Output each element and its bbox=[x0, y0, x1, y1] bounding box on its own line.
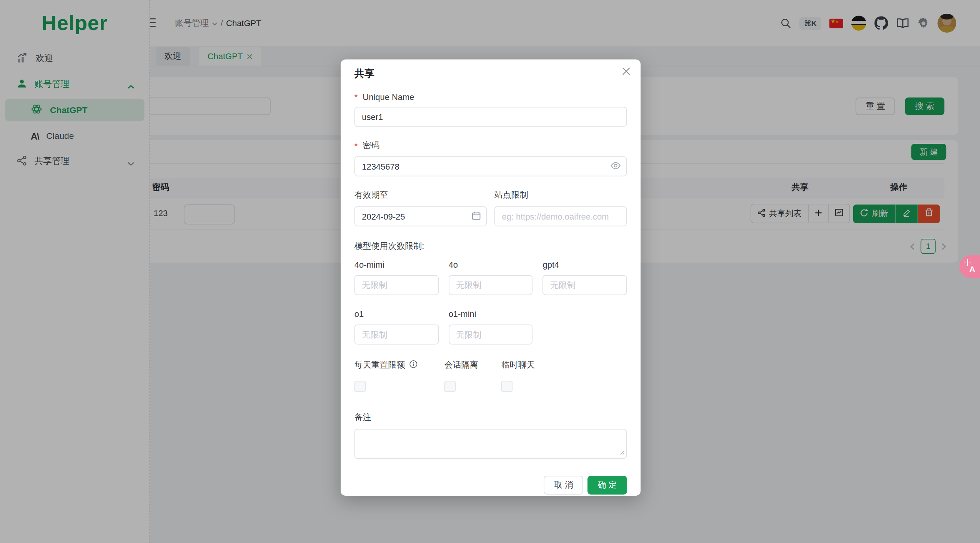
model-label-4o-mimi: 4o-mimi bbox=[354, 260, 439, 269]
expires-label: 有效期至 bbox=[354, 190, 487, 201]
modal-title: 共享 bbox=[354, 59, 627, 80]
model-limit-input-o1[interactable] bbox=[354, 325, 439, 345]
session-isolation-checkbox[interactable] bbox=[444, 381, 456, 392]
share-modal: 共享 Unique Name 密码 有效期至 站点限 bbox=[341, 59, 641, 496]
daily-reset-checkbox[interactable] bbox=[354, 381, 366, 392]
session-isolation-label: 会话隔离 bbox=[444, 360, 501, 371]
app-root: Helper 欢迎 账号管理 bbox=[0, 0, 980, 543]
eye-icon[interactable] bbox=[611, 161, 621, 172]
unique-name-input[interactable] bbox=[354, 107, 627, 127]
remark-textarea[interactable] bbox=[354, 429, 627, 459]
model-limits-label: 模型使用次数限制: bbox=[354, 241, 627, 252]
calendar-icon[interactable] bbox=[472, 211, 481, 222]
model-limit-input-4o-mimi[interactable] bbox=[354, 275, 439, 295]
remark-label: 备注 bbox=[354, 412, 627, 423]
close-icon[interactable] bbox=[622, 67, 631, 78]
unique-name-label: Unique Name bbox=[354, 93, 627, 102]
model-label-4o: 4o bbox=[449, 260, 533, 269]
password-label: 密码 bbox=[354, 140, 627, 151]
site-limit-label: 站点限制 bbox=[494, 190, 627, 201]
password-input[interactable] bbox=[354, 156, 627, 176]
temporary-chat-checkbox[interactable] bbox=[501, 381, 512, 392]
temporary-chat-label: 临时聊天 bbox=[501, 360, 535, 371]
model-limit-input-gpt4[interactable] bbox=[543, 275, 627, 295]
model-limit-input-o1-mini[interactable] bbox=[449, 325, 533, 345]
translate-widget[interactable]: 中 A bbox=[959, 255, 980, 278]
cancel-button[interactable]: 取 消 bbox=[544, 476, 583, 495]
resize-handle-icon[interactable] bbox=[620, 446, 625, 458]
expires-date-input[interactable] bbox=[354, 206, 487, 226]
info-icon[interactable] bbox=[409, 360, 418, 370]
confirm-button[interactable]: 确 定 bbox=[587, 476, 627, 495]
site-limit-input[interactable] bbox=[494, 206, 627, 226]
model-label-o1: o1 bbox=[354, 310, 439, 319]
model-label-o1-mini: o1-mini bbox=[449, 310, 533, 319]
model-limit-input-4o[interactable] bbox=[449, 275, 533, 295]
daily-reset-label: 每天重置限额 bbox=[354, 360, 405, 371]
model-label-gpt4: gpt4 bbox=[543, 260, 627, 269]
